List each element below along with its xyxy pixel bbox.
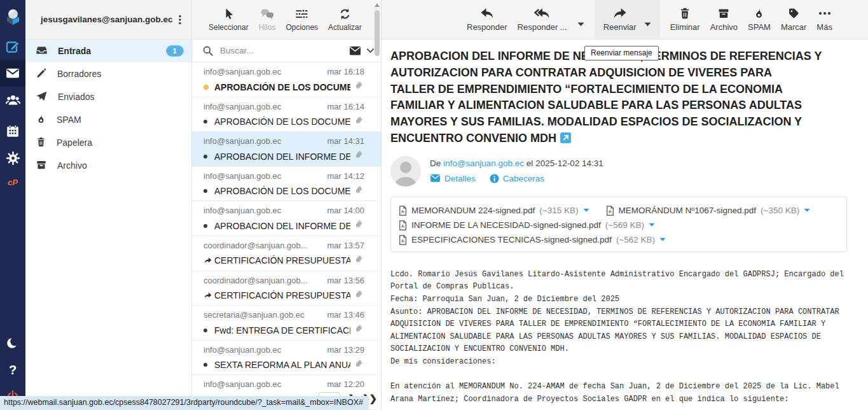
list-item[interactable]: info@sanjuan.gob.ec mar 16:14 APROBACIÓN… bbox=[192, 97, 381, 132]
compose-button[interactable] bbox=[0, 33, 25, 60]
body-line: Fecha: Parroquia San Juan, 2 de Diciembr… bbox=[390, 293, 861, 306]
list-item[interactable]: info@sanjuan.gob.ec mar 14:31 APROBACION… bbox=[192, 132, 381, 167]
status-url-bar: https://webmail.sanjuan.gob.ec/cpsess847… bbox=[0, 396, 369, 410]
envelope-icon bbox=[430, 174, 441, 183]
list-scrollbar-thumb[interactable] bbox=[375, 10, 380, 56]
help-button[interactable]: ? bbox=[0, 357, 25, 383]
refresh-button[interactable]: Actualizar bbox=[328, 8, 362, 32]
details-toggle[interactable]: Detalles bbox=[430, 174, 476, 183]
sender-address-link[interactable]: info@sanjuan.gob.ec bbox=[443, 159, 524, 168]
options-button[interactable]: Opciones bbox=[286, 8, 318, 32]
ellipsis-icon bbox=[818, 7, 832, 20]
list-item[interactable]: coordinador@sanjuan.gob... mar 13:56 CER… bbox=[192, 271, 381, 306]
reply-all-button[interactable]: Responder ... bbox=[518, 0, 567, 39]
folder-list: Entrada 1 Borradores Enviados SPAM Papel… bbox=[25, 39, 191, 177]
message-status-icon bbox=[203, 224, 214, 228]
folder-item-archivo[interactable]: Archivo bbox=[25, 154, 191, 177]
inbox-icon bbox=[36, 45, 48, 58]
folder-label: Borradores bbox=[57, 69, 184, 79]
account-menu-kebab-icon[interactable] bbox=[175, 14, 185, 25]
attachment-chevron-down-icon[interactable] bbox=[583, 208, 589, 213]
folder-item-entrada[interactable]: Entrada 1 bbox=[25, 39, 191, 62]
dark-mode-button[interactable] bbox=[0, 330, 25, 357]
read-dot-icon bbox=[203, 155, 207, 159]
folder-item-enviados[interactable]: Enviados bbox=[25, 85, 191, 108]
list-scrollbar[interactable] bbox=[374, 1, 380, 410]
delete-button[interactable]: Eliminar bbox=[670, 0, 700, 39]
attachment-chevron-down-icon[interactable] bbox=[659, 237, 666, 242]
paperclip-icon bbox=[354, 254, 364, 267]
message-status-icon bbox=[203, 292, 214, 299]
sender-avatar bbox=[390, 156, 421, 187]
threads-button[interactable]: Hilos bbox=[259, 8, 276, 32]
roundcube-logo-icon[interactable] bbox=[0, 0, 25, 33]
person-icon bbox=[390, 156, 421, 187]
contacts-nav-button[interactable] bbox=[0, 87, 25, 113]
paperclip-icon bbox=[354, 358, 364, 372]
list-item[interactable]: secretaria@sanjuan.gob.ec mar 13:46 Fwd:… bbox=[192, 306, 381, 341]
list-item[interactable]: info@sanjuan.gob.ec mar 13:29 SEXTA REFO… bbox=[192, 341, 381, 376]
message-sender: info@sanjuan.gob.ec bbox=[203, 171, 322, 181]
mark-button[interactable]: Marcar bbox=[781, 0, 806, 39]
open-in-new-window-icon[interactable] bbox=[560, 132, 571, 143]
pdf-file-icon bbox=[399, 235, 407, 245]
body-line: ADQUISICION DE VIVERES PARA TALLER DE EM… bbox=[390, 318, 861, 331]
search-input[interactable] bbox=[220, 46, 349, 55]
gear-icon bbox=[6, 151, 20, 166]
more-button[interactable]: Más bbox=[816, 0, 832, 39]
message-status-icon bbox=[203, 363, 214, 367]
forward-chevron-down-icon[interactable] bbox=[644, 22, 651, 27]
mark-label: Marcar bbox=[781, 22, 806, 32]
reply-all-icon bbox=[534, 8, 551, 20]
delete-label: Eliminar bbox=[670, 22, 700, 32]
subject-line: AUTORIZACION PARA CONTRATAR ADQUISICION … bbox=[390, 65, 861, 81]
attachment-item[interactable]: MEMORÁNDUM Nº1067-signed.pdf (~350 KB) bbox=[606, 206, 811, 216]
reply-button[interactable]: Responder bbox=[467, 0, 507, 39]
compose-icon bbox=[6, 39, 20, 53]
list-item[interactable]: coordinador@sanjuan.gob... mar 13:57 CER… bbox=[192, 236, 381, 271]
list-item[interactable]: info@sanjuan.gob.ec mar 14:12 APROBACIÓN… bbox=[192, 167, 381, 202]
folder-panel: jesusgavilanes@sanjuan.gob.ec Entrada 1 … bbox=[25, 0, 192, 410]
archive-button[interactable]: Archivo bbox=[710, 0, 738, 39]
folder-item-spam[interactable]: SPAM bbox=[25, 108, 191, 131]
message-subject-preview: APROBACION DEL INFORME DE ... bbox=[214, 152, 350, 162]
forward-button[interactable]: Reenviar bbox=[603, 0, 637, 39]
folder-label: Papelera bbox=[57, 138, 184, 148]
refresh-label: Actualizar bbox=[328, 23, 362, 32]
cpanel-link[interactable]: cP bbox=[0, 171, 25, 193]
reply-all-chevron-down-icon[interactable] bbox=[577, 22, 584, 27]
attachment-item[interactable]: INFORME DE LA NECESIDAD-signed-signed.pd… bbox=[399, 220, 655, 230]
help-icon: ? bbox=[9, 363, 17, 378]
attachment-chevron-down-icon[interactable] bbox=[804, 208, 810, 213]
search-bar bbox=[192, 39, 381, 62]
paperclip-icon bbox=[354, 289, 364, 302]
list-item[interactable]: info@sanjuan.gob.ec mar 16:18 APROBACIÓN… bbox=[192, 62, 381, 97]
message-date: 2025-12-02 14:31 bbox=[535, 159, 603, 168]
paperclip-icon bbox=[354, 185, 364, 198]
cursor-icon bbox=[222, 8, 235, 20]
settings-nav-button[interactable] bbox=[0, 145, 25, 171]
subject-line: TALLER DE EMPRENDIMIENTO “FORTALECIMIENT… bbox=[390, 81, 861, 98]
calendar-nav-button[interactable] bbox=[0, 118, 25, 145]
attachment-item[interactable]: ESPECIFICACIONES TECNICAS-signed-signed.… bbox=[399, 235, 666, 245]
select-button[interactable]: Seleccionar bbox=[209, 8, 249, 32]
message-list-panel: Seleccionar Hilos Opciones bbox=[192, 0, 382, 410]
attachment-chevron-down-icon[interactable] bbox=[649, 223, 655, 227]
message-status-icon bbox=[203, 329, 214, 332]
list-item[interactable]: info@sanjuan.gob.ec mar 14:00 APROBACION… bbox=[192, 201, 381, 236]
attachment-size: (~350 KB) bbox=[761, 206, 799, 215]
trash-icon bbox=[36, 136, 46, 150]
attachment-item[interactable]: MEMORANDUM 224-signed.pdf (~315 KB) bbox=[399, 206, 589, 216]
search-scope-mail-icon[interactable] bbox=[349, 46, 361, 56]
moon-icon bbox=[6, 336, 20, 350]
folder-item-papelera[interactable]: Papelera bbox=[25, 131, 191, 154]
spam-button[interactable]: SPAM bbox=[748, 0, 771, 39]
headers-toggle[interactable]: Cabeceras bbox=[490, 174, 544, 183]
body-line bbox=[390, 369, 861, 381]
mail-nav-button[interactable] bbox=[0, 60, 25, 87]
paperclip-icon bbox=[354, 323, 364, 337]
message-sender: info@sanjuan.gob.ec bbox=[203, 102, 322, 111]
folder-item-borradores[interactable]: Borradores bbox=[25, 62, 191, 85]
from-line: De info@sanjuan.gob.ec el 2025-12-02 14:… bbox=[430, 159, 603, 168]
scroll-up-icon[interactable] bbox=[375, 3, 380, 7]
